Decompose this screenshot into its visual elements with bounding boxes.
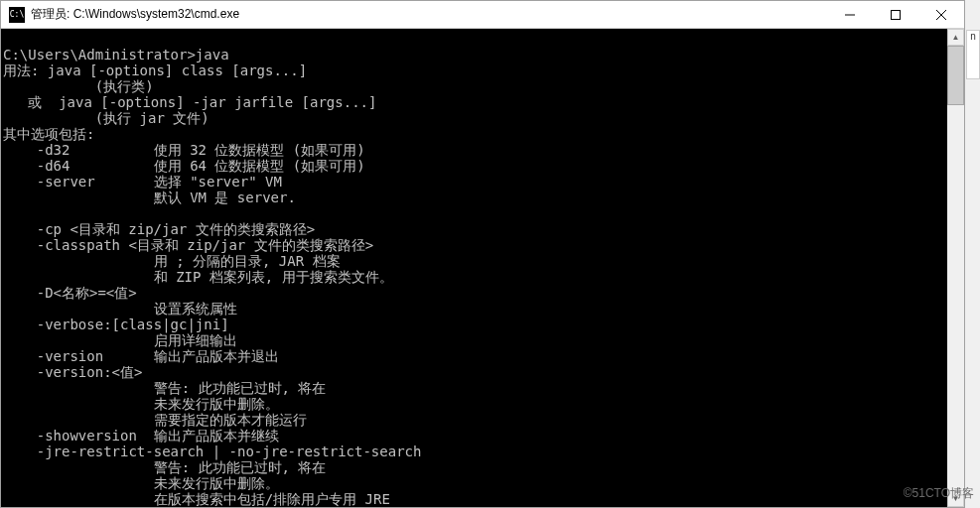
close-button[interactable] [918, 1, 964, 28]
window-controls [827, 1, 964, 28]
maximize-button[interactable] [873, 1, 918, 28]
scroll-thumb[interactable] [947, 46, 964, 105]
cmd-window: C:\ 管理员: C:\Windows\system32\cmd.exe C:\… [0, 0, 965, 508]
minimize-button[interactable] [827, 1, 873, 28]
scroll-up-button[interactable]: ▲ [947, 29, 964, 46]
console-output[interactable]: C:\Users\Administrator>java 用法: java [-o… [1, 29, 947, 507]
cmd-icon: C:\ [9, 7, 25, 23]
vertical-scrollbar[interactable]: ▲ ▼ [947, 29, 964, 507]
scroll-track[interactable] [947, 46, 964, 490]
adjacent-window-sliver: n [966, 30, 980, 79]
scroll-down-button[interactable]: ▼ [947, 490, 964, 507]
svg-rect-1 [892, 10, 901, 19]
titlebar[interactable]: C:\ 管理员: C:\Windows\system32\cmd.exe [1, 1, 964, 29]
console-area: C:\Users\Administrator>java 用法: java [-o… [1, 29, 964, 507]
window-title: 管理员: C:\Windows\system32\cmd.exe [31, 6, 827, 23]
